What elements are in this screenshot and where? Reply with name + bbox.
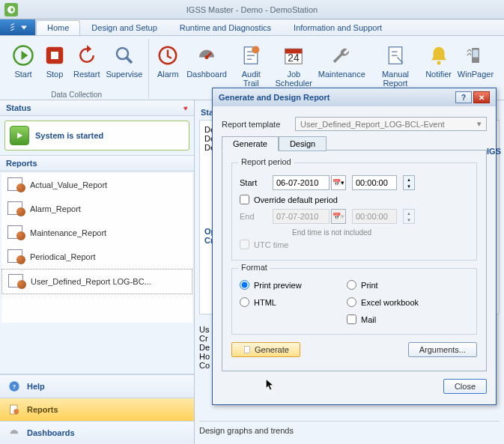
report-icon: [7, 249, 25, 264]
end-hint: End time is not included: [292, 228, 469, 237]
calendar-icon[interactable]: 📅▾: [331, 175, 346, 190]
report-icon: [7, 177, 25, 192]
arguments-button[interactable]: Arguments...: [408, 342, 477, 357]
close-button[interactable]: Close: [443, 379, 487, 394]
generate-report-dialog: Generate and Design Report ? ✕ Report te…: [212, 88, 497, 405]
format-fieldset: Format Print preview Print HTML Excel wo…: [231, 268, 477, 335]
reports-header: Reports: [0, 156, 194, 171]
play-icon: [10, 126, 29, 145]
document-icon: [243, 345, 252, 354]
nav-reports[interactable]: Reports: [0, 398, 194, 421]
print-preview-radio[interactable]: [240, 280, 249, 290]
status-header: Status ♥: [0, 100, 194, 116]
report-item-selected[interactable]: User_Defined_Report LOG-BC...: [1, 269, 192, 294]
start-time-input[interactable]: [352, 175, 397, 190]
tab-home[interactable]: Home: [36, 20, 80, 35]
title-bar: IGSS Master - Demo - DemoStation: [0, 0, 504, 19]
maintenance-button[interactable]: Maintenance: [315, 40, 368, 79]
report-item[interactable]: Actual_Value_Report: [1, 173, 192, 197]
status-text: System is started: [35, 131, 103, 140]
svg-point-12: [437, 61, 440, 65]
svg-rect-14: [473, 50, 479, 58]
time-spinner[interactable]: ▲▼: [403, 175, 415, 190]
svg-point-7: [252, 46, 259, 54]
winpager-button[interactable]: WinPager: [455, 40, 497, 79]
report-period-legend: Report period: [238, 157, 294, 166]
format-legend: Format: [238, 263, 270, 272]
heart-icon: ♥: [183, 104, 188, 112]
svg-point-18: [13, 409, 19, 414]
audit-trail-button[interactable]: Audit Trail: [230, 40, 273, 88]
report-icon: [7, 201, 25, 216]
report-icon: [7, 225, 25, 240]
calendar-icon: 📅▾: [331, 209, 346, 224]
report-item[interactable]: Maintenance_Report: [1, 221, 192, 245]
dialog-title-bar[interactable]: Generate and Design Report ? ✕: [213, 88, 496, 106]
stop-button[interactable]: Stop: [39, 40, 70, 79]
dialog-help-button[interactable]: ?: [455, 91, 472, 103]
report-icon: [8, 274, 26, 289]
chevron-down-icon: ▾: [477, 119, 482, 129]
supervise-button[interactable]: Supervise: [103, 40, 145, 79]
app-icon: [4, 3, 18, 16]
dashboard-button[interactable]: Dashboard: [183, 40, 230, 79]
end-time-input: [352, 209, 397, 224]
end-date-input: [273, 209, 330, 224]
app-menu-button[interactable]: [0, 19, 36, 35]
start-label: Start: [240, 178, 267, 187]
reports-icon: [7, 403, 21, 416]
svg-text:?: ?: [13, 383, 16, 390]
ribbon-tabs-row: Home Design and Setup Runtime and Diagno…: [0, 19, 504, 36]
mail-checkbox[interactable]: [347, 314, 356, 324]
dialog-close-x-button[interactable]: ✕: [473, 91, 490, 103]
nav-help[interactable]: ?Help: [0, 374, 194, 398]
main-stub-row: Design graphs and trends: [199, 421, 500, 435]
template-label: Report template: [222, 120, 289, 129]
html-radio[interactable]: [240, 297, 249, 307]
dashboard-icon: [7, 426, 21, 440]
tab-generate[interactable]: Generate: [222, 136, 279, 151]
dialog-title: Generate and Design Report: [219, 93, 330, 102]
tab-runtime-diagnostics[interactable]: Runtime and Diagnostics: [168, 20, 282, 35]
start-button[interactable]: Start: [7, 40, 39, 79]
notifier-button[interactable]: Notifier: [422, 40, 455, 79]
help-icon: ?: [7, 380, 21, 393]
ribbon-group-data-collection: Data Collection: [4, 91, 148, 99]
svg-text:24: 24: [288, 52, 300, 64]
nav-strip: ?Help Reports Dashboards: [0, 374, 194, 444]
restart-button[interactable]: Restart: [70, 40, 103, 79]
report-period-fieldset: Report period Start 📅▾ ▲▼ Override defau…: [231, 162, 477, 261]
igss-label: IGS: [487, 147, 501, 156]
utc-label: UTC time: [254, 240, 288, 249]
tab-design-setup[interactable]: Design and Setup: [80, 20, 168, 35]
nav-dashboards[interactable]: Dashboards: [0, 421, 194, 444]
print-radio[interactable]: [347, 280, 356, 290]
template-combo[interactable]: User_Defined_Report_LOG-BCL-Event▾: [295, 117, 487, 131]
alarm-button[interactable]: Alarm: [152, 40, 183, 79]
utc-checkbox: [240, 240, 249, 249]
excel-radio[interactable]: [347, 297, 356, 307]
window-title: IGSS Master - Demo - DemoStation: [186, 5, 318, 14]
generate-button[interactable]: Generate: [231, 342, 300, 357]
override-checkbox[interactable]: [240, 195, 249, 204]
report-item[interactable]: Periodical_Report: [1, 245, 192, 269]
left-panel: Status ♥ System is started Reports Actua…: [0, 100, 195, 444]
status-box: System is started: [4, 121, 189, 150]
override-label: Override default period: [254, 195, 338, 204]
report-item[interactable]: Alarm_Report: [1, 197, 192, 221]
job-scheduler-button[interactable]: 24Job Scheduler: [273, 40, 315, 88]
report-list: Actual_Value_Report Alarm_Report Mainten…: [1, 173, 192, 323]
svg-rect-19: [245, 347, 250, 353]
generate-tab-panel: Report period Start 📅▾ ▲▼ Override defau…: [222, 150, 487, 371]
svg-rect-2: [51, 52, 58, 59]
tab-information-support[interactable]: Information and Support: [282, 20, 393, 35]
tab-design[interactable]: Design: [279, 136, 327, 151]
time-spinner: ▲▼: [403, 209, 415, 224]
start-date-input[interactable]: [273, 175, 330, 190]
end-label: End: [240, 212, 267, 221]
